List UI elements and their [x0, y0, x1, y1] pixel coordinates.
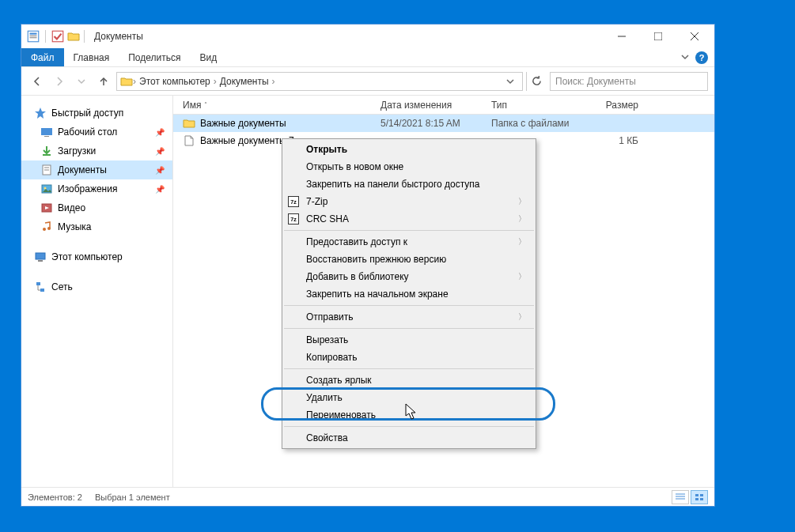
star-icon [34, 107, 47, 119]
cm-separator [284, 328, 534, 329]
file-type: Папка с файлами [482, 118, 592, 129]
cm-7zip[interactable]: 7z7-Zip〉 [282, 193, 536, 210]
ribbon-tab-file[interactable]: Файл [21, 48, 64, 66]
cm-copy[interactable]: Копировать [282, 349, 536, 366]
sidebar-item-label: Документы [58, 164, 107, 175]
cm-open[interactable]: Открыть [282, 141, 536, 158]
cm-add-library[interactable]: Добавить в библиотеку〉 [282, 268, 536, 285]
submenu-arrow-icon: 〉 [518, 213, 526, 224]
breadcrumb-this-pc[interactable]: Этот компьютер [136, 76, 214, 87]
sidebar-quick-access[interactable]: Быстрый доступ [21, 104, 172, 123]
breadcrumb-dropdown-icon[interactable] [506, 77, 514, 85]
sidebar-item-pictures[interactable]: Изображения 📌 [21, 179, 172, 198]
seven-zip-icon: 7z [287, 213, 300, 225]
file-icon [183, 134, 195, 147]
cm-separator [284, 426, 534, 427]
column-type[interactable]: Тип [482, 100, 592, 111]
pin-icon: 📌 [155, 166, 165, 175]
submenu-arrow-icon: 〉 [518, 311, 526, 323]
ribbon-collapse-chevron[interactable] [681, 52, 689, 63]
qat-folder-icon[interactable] [66, 29, 81, 43]
pin-icon: 📌 [155, 128, 165, 137]
nav-up-button[interactable] [94, 72, 113, 91]
sidebar-item-downloads[interactable]: Загрузки 📌 [21, 141, 172, 160]
sidebar-item-label: Музыка [58, 221, 91, 232]
svg-rect-6 [654, 32, 662, 40]
navbar: › Этот компьютер › Документы › Поиск: До… [21, 67, 714, 96]
sidebar-item-label: Загрузки [58, 145, 96, 157]
submenu-arrow-icon: 〉 [518, 236, 526, 247]
cm-separator [284, 230, 534, 231]
breadcrumb-documents[interactable]: Документы [217, 76, 272, 87]
svg-point-21 [43, 228, 46, 231]
refresh-button[interactable] [526, 72, 547, 91]
music-icon [40, 221, 53, 233]
svg-rect-4 [52, 31, 63, 42]
sidebar-network[interactable]: Сеть [21, 277, 172, 296]
cm-separator [284, 368, 534, 369]
pin-icon: 📌 [155, 185, 165, 194]
breadcrumb[interactable]: › Этот компьютер › Документы › [116, 72, 523, 91]
help-icon[interactable]: ? [695, 51, 708, 64]
svg-rect-23 [36, 253, 45, 259]
cm-open-new-window[interactable]: Открыть в новом окне [282, 158, 536, 175]
network-icon [34, 281, 47, 293]
ribbon-tab-view[interactable]: Вид [190, 48, 226, 66]
minimize-button[interactable] [604, 25, 640, 48]
sidebar-item-documents[interactable]: Документы 📌 [21, 160, 172, 179]
cm-restore-previous[interactable]: Восстановить прежнюю версию [282, 251, 536, 268]
nav-recent-dropdown[interactable] [72, 72, 91, 91]
column-name[interactable]: Имя˄ [173, 100, 371, 111]
cm-rename[interactable]: Переименовать [282, 406, 536, 424]
ribbon-tab-home[interactable]: Главная [64, 48, 119, 66]
cm-properties[interactable]: Свойства [282, 429, 536, 447]
window-title: Документы [94, 31, 143, 42]
ribbon-tab-share[interactable]: Поделиться [119, 48, 190, 66]
cm-cut[interactable]: Вырезать [282, 331, 536, 349]
title-separator [84, 30, 85, 43]
view-details-button[interactable] [672, 490, 689, 504]
search-input[interactable]: Поиск: Документы [550, 72, 708, 91]
cm-crc-sha[interactable]: 7zCRC SHA〉 [282, 210, 536, 228]
view-large-icons-button[interactable] [691, 490, 708, 504]
column-size[interactable]: Размер [592, 100, 648, 111]
search-placeholder: Поиск: Документы [555, 76, 636, 87]
nav-forward-button[interactable] [50, 72, 69, 91]
sidebar-item-label: Рабочий стол [58, 126, 117, 138]
statusbar: Элементов: 2 Выбран 1 элемент [21, 487, 714, 506]
column-date[interactable]: Дата изменения [371, 100, 482, 111]
seven-zip-icon: 7z [287, 195, 300, 208]
qat-properties-icon[interactable] [26, 29, 40, 43]
status-selection: Выбран 1 элемент [95, 492, 170, 502]
cm-grant-access[interactable]: Предоставить доступ к〉 [282, 233, 536, 251]
nav-back-button[interactable] [28, 72, 47, 91]
folder-icon [183, 117, 195, 130]
svg-rect-25 [36, 282, 40, 285]
svg-rect-2 [30, 36, 37, 36]
column-headers: Имя˄ Дата изменения Тип Размер [173, 96, 714, 115]
qat-check-icon[interactable] [51, 29, 65, 43]
sidebar-this-pc[interactable]: Этот компьютер [21, 247, 172, 266]
cm-send-to[interactable]: Отправить〉 [282, 308, 536, 326]
cm-pin-quick-access[interactable]: Закрепить на панели быстрого доступа [282, 175, 536, 193]
file-row-folder[interactable]: Важные документы 5/14/2021 8:15 AM Папка… [173, 115, 714, 132]
file-size: 1 КБ [592, 135, 648, 146]
sort-caret-icon: ˄ [204, 101, 207, 108]
documents-icon [40, 164, 53, 176]
file-name: Важные документы [200, 118, 286, 129]
breadcrumb-folder-icon [120, 75, 133, 88]
sidebar-quick-access-label: Быстрый доступ [51, 108, 123, 119]
cm-create-shortcut[interactable]: Создать ярлык [282, 372, 536, 389]
close-button[interactable] [676, 25, 713, 48]
cm-delete[interactable]: Удалить [282, 389, 536, 406]
maximize-button[interactable] [640, 25, 676, 48]
cm-pin-start[interactable]: Закрепить на начальном экране [282, 285, 536, 303]
svg-rect-12 [44, 136, 49, 137]
sidebar: Быстрый доступ Рабочий стол 📌 Загрузки 📌… [21, 96, 173, 487]
sidebar-item-desktop[interactable]: Рабочий стол 📌 [21, 123, 172, 141]
sidebar-item-music[interactable]: Музыка [21, 217, 172, 236]
sidebar-network-label: Сеть [51, 281, 73, 292]
svg-rect-11 [41, 128, 52, 135]
desktop-icon [40, 126, 53, 138]
sidebar-item-videos[interactable]: Видео [21, 198, 172, 217]
